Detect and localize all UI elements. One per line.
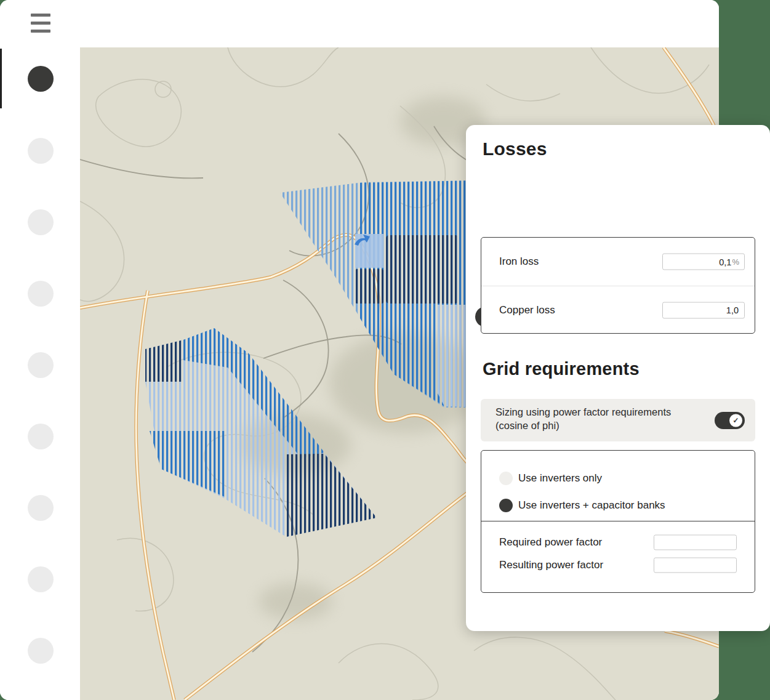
iron-loss-input[interactable]: 0,1% bbox=[662, 254, 745, 270]
hamburger-menu-icon[interactable] bbox=[31, 14, 50, 34]
radio-icon bbox=[499, 472, 513, 485]
iron-loss-row: Iron loss 0,1% bbox=[481, 238, 755, 286]
copper-loss-row: Copper loss 1,0 bbox=[481, 286, 755, 334]
sidebar-item-5[interactable] bbox=[28, 352, 54, 378]
sidebar-item-4[interactable] bbox=[28, 281, 54, 307]
sidebar-item-8[interactable] bbox=[28, 566, 54, 592]
power-factor-sizing-label: Sizing using power factor requirements (… bbox=[495, 406, 680, 433]
copper-loss-input[interactable]: 1,0 bbox=[662, 302, 745, 318]
power-factor-sizing-toggle[interactable] bbox=[715, 412, 745, 429]
resulting-power-factor-row: Resulting power factor bbox=[481, 553, 755, 576]
sidebar-item-6[interactable] bbox=[28, 424, 54, 449]
required-power-factor-input[interactable] bbox=[654, 534, 737, 550]
check-icon bbox=[729, 414, 742, 427]
resulting-power-factor-input[interactable] bbox=[654, 557, 737, 573]
losses-box: Iron loss 0,1% Copper loss 1,0 bbox=[481, 237, 755, 334]
sidebar bbox=[0, 47, 80, 700]
top-bar bbox=[0, 0, 719, 47]
copper-loss-label: Copper loss bbox=[481, 304, 555, 316]
sidebar-item-9[interactable] bbox=[28, 638, 54, 664]
radio-use-inverters-capacitor-banks[interactable]: Use inverters + capacitor banks bbox=[481, 492, 755, 519]
required-power-factor-row: Required power factor bbox=[481, 531, 755, 553]
sidebar-item-3[interactable] bbox=[28, 209, 54, 235]
grid-requirements-title: Grid requirements bbox=[483, 359, 640, 379]
sidebar-item-7[interactable] bbox=[28, 495, 54, 521]
sidebar-item-1[interactable] bbox=[28, 66, 54, 92]
losses-title: Losses bbox=[483, 139, 547, 159]
radio-use-inverters-only[interactable]: Use inverters only bbox=[481, 465, 755, 492]
settings-panel: Losses Substation Transformer losses Iro… bbox=[466, 125, 770, 631]
sidebar-item-2[interactable] bbox=[28, 138, 54, 164]
inverter-options-box: Use inverters only Use inverters + capac… bbox=[481, 450, 755, 593]
resulting-power-factor-label: Resulting power factor bbox=[481, 559, 603, 571]
power-factor-sizing-box: Sizing using power factor requirements (… bbox=[481, 399, 755, 441]
sidebar-scroll-indicator bbox=[0, 49, 2, 108]
required-power-factor-label: Required power factor bbox=[481, 536, 602, 549]
radio-selected-icon bbox=[499, 499, 513, 512]
iron-loss-label: Iron loss bbox=[481, 255, 539, 268]
